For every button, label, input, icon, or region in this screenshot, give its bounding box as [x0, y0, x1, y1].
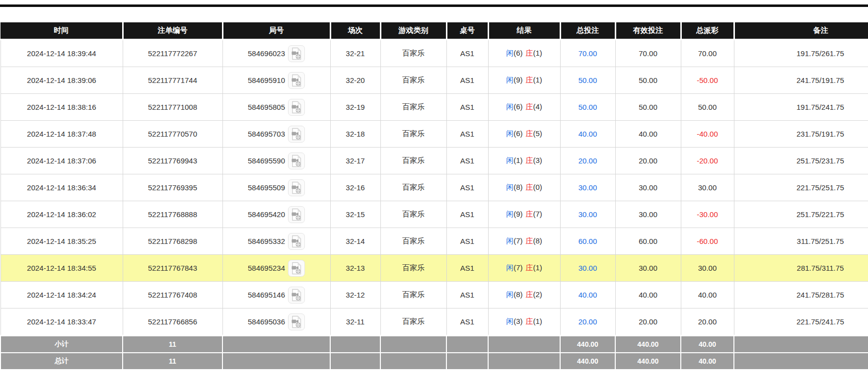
result-cell: 闲(6)庄(1): [488, 40, 560, 67]
video-file-icon: [290, 315, 302, 328]
bet-row[interactable]: 2024-12-14 18:36:02 522117768888 5846954…: [0, 201, 868, 228]
summary-empty-cell: [222, 336, 330, 353]
banker-result-score: (1): [533, 49, 542, 57]
table-id-cell: AS1: [446, 309, 488, 336]
video-replay-button[interactable]: [288, 45, 305, 62]
remark-cell: 191.75/241.75: [734, 94, 868, 121]
banker-result-label: 庄: [526, 210, 533, 218]
summary-empty-cell: [734, 336, 868, 353]
payout-cell: 50.00: [681, 94, 734, 121]
valid-bet-cell: 20.00: [615, 309, 681, 336]
video-replay-button[interactable]: [288, 287, 305, 304]
bet-row[interactable]: 2024-12-14 18:38:16 522117771008 5846958…: [0, 94, 868, 121]
table-header: 时间 注单编号 局号 场次 游戏类别 桌号 结果 总投注 有效投注 总派彩 备注: [0, 22, 868, 40]
summary-empty-cell: [380, 336, 446, 353]
banker-result-label: 庄: [526, 236, 533, 245]
banker-result-label: 庄: [526, 290, 533, 299]
game-type-cell: 百家乐: [380, 121, 446, 148]
banker-result-score: (5): [533, 129, 542, 138]
session-cell: 32-12: [330, 282, 380, 309]
round-cell: 584695805: [222, 94, 330, 121]
player-result-score: (7): [513, 236, 522, 245]
table-id-cell: AS1: [446, 174, 488, 201]
col-header-time: 时间: [0, 22, 123, 40]
video-replay-button[interactable]: [288, 313, 305, 330]
video-replay-button[interactable]: [288, 99, 305, 116]
bet-row[interactable]: 2024-12-14 18:39:06 522117771744 5846959…: [0, 67, 868, 94]
bet-id-cell: 522117770570: [123, 121, 222, 148]
player-result-score: (6): [513, 102, 522, 111]
total-bet-cell: 40.00: [560, 282, 615, 309]
time-cell: 2024-12-14 18:39:06: [0, 67, 123, 94]
bet-row[interactable]: 2024-12-14 18:34:24 522117767408 5846951…: [0, 282, 868, 309]
banker-result-score: (0): [533, 183, 542, 191]
session-cell: 32-18: [330, 121, 380, 148]
round-cell: 584695234: [222, 255, 330, 282]
table-id-cell: AS1: [446, 282, 488, 309]
banker-result-score: (1): [533, 76, 542, 84]
total-bet-cell: 30.00: [560, 201, 615, 228]
player-result-score: (3): [513, 317, 522, 325]
session-cell: 32-21: [330, 40, 380, 67]
valid-bet-cell: 50.00: [615, 94, 681, 121]
total-bet-cell: 50.00: [560, 94, 615, 121]
remark-cell: 231.75/191.75: [734, 121, 868, 148]
video-replay-button[interactable]: [288, 260, 305, 277]
video-file-icon: [290, 208, 302, 221]
bet-row[interactable]: 2024-12-14 18:34:55 522117767843 5846952…: [0, 255, 868, 282]
banker-result-label: 庄: [526, 76, 533, 84]
video-replay-button[interactable]: [288, 233, 305, 250]
game-type-cell: 百家乐: [380, 174, 446, 201]
table-footer: 小计 11 440.00 440.00 40.00 总计 11 440.00 4…: [0, 336, 868, 370]
video-replay-button[interactable]: [288, 72, 305, 89]
video-replay-button[interactable]: [288, 153, 305, 169]
summary-count-cell: 11: [123, 336, 222, 353]
bet-id-cell: 522117769943: [123, 148, 222, 174]
game-type-cell: 百家乐: [380, 40, 446, 67]
payout-cell: 30.00: [681, 255, 734, 282]
bet-row[interactable]: 2024-12-14 18:36:34 522117769395 5846955…: [0, 174, 868, 201]
bet-row[interactable]: 2024-12-14 18:37:06 522117769943 5846955…: [0, 148, 868, 174]
valid-bet-cell: 40.00: [615, 121, 681, 148]
video-replay-button[interactable]: [288, 126, 305, 143]
summary-empty-cell: [734, 353, 868, 370]
video-file-icon: [290, 101, 302, 114]
player-result-label: 闲: [506, 49, 513, 57]
time-cell: 2024-12-14 18:38:16: [0, 94, 123, 121]
video-file-icon: [290, 262, 302, 275]
player-result-label: 闲: [506, 129, 513, 138]
col-header-valid-bet: 有效投注: [615, 22, 681, 40]
table-id-cell: AS1: [446, 121, 488, 148]
summary-valid-bet-cell: 440.00: [615, 353, 681, 370]
session-cell: 32-20: [330, 67, 380, 94]
bet-row[interactable]: 2024-12-14 18:35:25 522117768298 5846953…: [0, 228, 868, 255]
remark-cell: 251.75/221.75: [734, 201, 868, 228]
round-cell: 584696023: [222, 40, 330, 67]
summary-count-cell: 11: [123, 353, 222, 370]
video-file-icon: [290, 235, 302, 248]
session-cell: 32-15: [330, 201, 380, 228]
player-result-score: (8): [513, 183, 522, 191]
payout-cell: -60.00: [681, 228, 734, 255]
col-header-payout: 总派彩: [681, 22, 734, 40]
summary-empty-cell: [446, 336, 488, 353]
session-cell: 32-19: [330, 94, 380, 121]
bet-row[interactable]: 2024-12-14 18:33:47 522117766856 5846950…: [0, 309, 868, 336]
bet-row[interactable]: 2024-12-14 18:37:48 522117770570 5846957…: [0, 121, 868, 148]
table-id-cell: AS1: [446, 148, 488, 174]
session-cell: 32-11: [330, 309, 380, 336]
session-cell: 32-13: [330, 255, 380, 282]
table-id-cell: AS1: [446, 255, 488, 282]
col-header-round-id: 局号: [222, 22, 330, 40]
video-replay-button[interactable]: [288, 179, 305, 196]
payout-cell: -50.00: [681, 67, 734, 94]
video-file-icon: [290, 74, 302, 87]
payout-cell: 20.00: [681, 309, 734, 336]
payout-cell: 40.00: [681, 282, 734, 309]
banker-result-score: (4): [533, 102, 542, 111]
video-replay-button[interactable]: [288, 206, 305, 223]
bet-row[interactable]: 2024-12-14 18:39:44 522117772267 5846960…: [0, 40, 868, 67]
round-cell: 584695703: [222, 121, 330, 148]
player-result-label: 闲: [506, 156, 513, 164]
game-type-cell: 百家乐: [380, 228, 446, 255]
